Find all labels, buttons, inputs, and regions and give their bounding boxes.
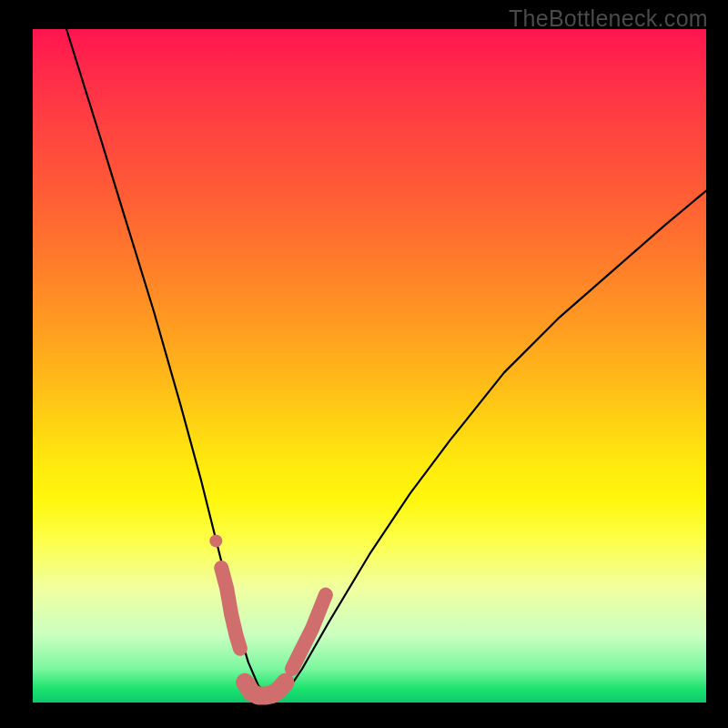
highlight-left	[221, 568, 240, 649]
highlight-valley	[245, 682, 285, 696]
chart-overlay	[33, 29, 706, 703]
watermark-text: TheBottleneck.com	[509, 5, 708, 32]
highlight-dot-left	[209, 534, 222, 547]
svg-point-0	[209, 534, 222, 547]
chart-frame: TheBottleneck.com	[0, 0, 728, 728]
bottleneck-curve	[66, 29, 706, 696]
